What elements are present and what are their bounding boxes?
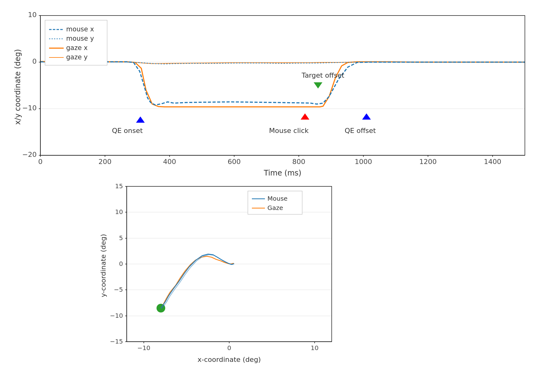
bottom-chart: 15 10 5 0 −5 −10 −15 <box>99 180 385 360</box>
svg-text:Target offset: Target offset <box>301 71 344 79</box>
svg-text:−10: −10 <box>22 104 37 112</box>
svg-text:y-coordinate (deg): y-coordinate (deg) <box>99 234 107 297</box>
svg-text:QE offset: QE offset <box>345 127 376 134</box>
svg-marker-32 <box>136 116 145 123</box>
svg-text:400: 400 <box>163 158 176 166</box>
svg-text:1000: 1000 <box>355 158 372 166</box>
svg-text:x-coordinate (deg): x-coordinate (deg) <box>198 356 261 363</box>
svg-text:Mouse click: Mouse click <box>269 127 309 134</box>
svg-text:gaze y: gaze y <box>66 53 88 61</box>
svg-text:15: 15 <box>115 182 123 190</box>
svg-text:10: 10 <box>115 208 123 216</box>
page-container: 10 0 −10 −20 x/y coordinate (deg) 0 <box>0 0 546 392</box>
svg-text:−10: −10 <box>137 344 150 352</box>
svg-text:0: 0 <box>227 344 231 352</box>
svg-text:0: 0 <box>119 260 123 267</box>
svg-text:Gaze: Gaze <box>267 204 283 212</box>
top-chart: 10 0 −10 −20 x/y coordinate (deg) 0 <box>12 6 534 180</box>
svg-marker-34 <box>301 113 309 120</box>
svg-text:QE onset: QE onset <box>112 127 143 134</box>
svg-text:10: 10 <box>311 344 318 352</box>
svg-text:mouse y: mouse y <box>66 35 94 42</box>
svg-text:1400: 1400 <box>484 158 501 166</box>
svg-text:−15: −15 <box>110 338 123 345</box>
svg-text:Time (ms): Time (ms) <box>264 169 302 177</box>
svg-text:0: 0 <box>32 57 37 65</box>
svg-text:−5: −5 <box>114 286 123 293</box>
svg-text:5: 5 <box>119 234 123 242</box>
svg-text:0: 0 <box>38 158 43 166</box>
svg-text:−10: −10 <box>110 312 123 319</box>
svg-text:mouse x: mouse x <box>66 25 94 33</box>
svg-text:600: 600 <box>228 158 241 166</box>
svg-marker-38 <box>362 113 371 120</box>
svg-text:x/y coordinate (deg): x/y coordinate (deg) <box>13 49 22 125</box>
svg-text:gaze x: gaze x <box>66 44 88 52</box>
svg-text:200: 200 <box>98 158 111 166</box>
svg-text:−20: −20 <box>22 151 37 158</box>
svg-text:1200: 1200 <box>419 158 437 166</box>
svg-text:10: 10 <box>28 11 37 19</box>
svg-text:800: 800 <box>292 158 305 166</box>
svg-marker-36 <box>314 82 322 89</box>
svg-text:Mouse: Mouse <box>267 195 288 202</box>
